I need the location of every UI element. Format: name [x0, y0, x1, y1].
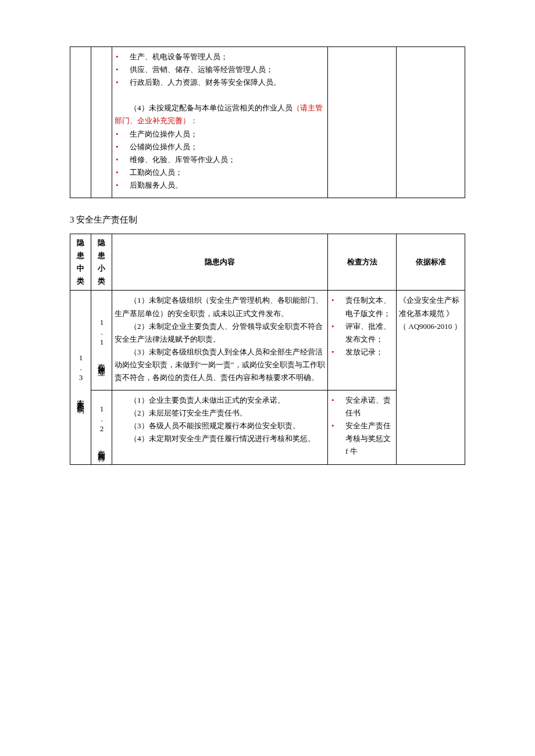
bullet-icon: •: [330, 346, 345, 359]
content-text: 后勤服务人员。: [130, 179, 325, 192]
content-text: （1）未制定各级组织（安全生产管理机构、各职能部门、生产基层单位）的安全职责，或…: [115, 294, 325, 320]
content-text: （2）未层层签订安全生产责任书。: [115, 407, 325, 420]
content-text: （3）未制定各级组织负责人到全体人员和全部生产经营活动岗位安全职责，未做到"一岗…: [115, 346, 325, 384]
method-text: 发放记录；: [345, 346, 394, 359]
bullet-icon: •: [115, 128, 130, 141]
cell-small-category: 1.1 责任制建立: [91, 291, 112, 390]
cell-content: （1）企业主要负责人未做出正式的安全承诺。 （2）未层层签订安全生产责任书。 （…: [112, 390, 328, 464]
bullet-icon: •: [115, 63, 130, 76]
content-text: 工勤岗位人员；: [130, 166, 325, 179]
cell-empty: [70, 47, 91, 198]
content-text: （4）未按规定配备与本单位运营相关的作业人员: [130, 103, 293, 112]
content-text: （1）企业主要负责人未做出正式的安全承诺。: [115, 394, 325, 407]
content-text: （2）未制定企业主要负责人、分管领导或安全职责不符合安全生产法律法规赋予的职责。: [115, 320, 325, 346]
bullet-icon: •: [115, 141, 130, 153]
content-text: 生产、机电设备等管理人员；: [130, 51, 325, 63]
bullet-icon: •: [115, 51, 130, 63]
table-top-continuation: •生产、机电设备等管理人员； •供应、营销、储存、运输等经营管理人员； •行政后…: [70, 46, 465, 198]
cell-mid-category: 1.3 安全生产责任制: [70, 291, 91, 464]
cell-method: •责任制文本、电子版文件； •评审、批准、发布文件； •发放记录；: [328, 291, 397, 390]
content-text: 生产岗位操作人员；: [130, 128, 325, 141]
bullet-icon: •: [115, 76, 130, 89]
std-text: （ AQ9006-2010 ）: [399, 322, 462, 331]
content-text: 行政后勤、人力资源、财务等安全保障人员。: [130, 76, 325, 89]
header-method: 检查方法: [328, 234, 397, 291]
method-text: 评审、批准、发布文件；: [345, 320, 394, 346]
method-text: 安全承诺、责任书: [345, 394, 394, 420]
cell-empty: [397, 47, 465, 198]
bullet-icon: •: [115, 179, 130, 192]
bullet-icon: •: [330, 294, 345, 307]
content-text: 维修、化验、库管等作业人员；: [130, 153, 325, 166]
content-text: （3）各级人员不能按照规定履行本岗位安全职责。: [115, 420, 325, 432]
cell-empty: [328, 47, 397, 198]
content-text: （4）未定期对安全生产责任履行情况进行考核和奖惩。: [115, 432, 325, 445]
method-text: 安全生产责任考核与奖惩文 f 牛: [345, 420, 394, 458]
bullet-icon: •: [330, 420, 345, 432]
cell-std: 《企业安全生产标准化基本规范 》 （ AQ9006-2010 ）: [397, 291, 465, 464]
table-header-row: 隐患中类 隐患小类 隐患内容 检查方法 依据标准: [70, 234, 465, 291]
bullet-icon: •: [115, 166, 130, 179]
cell-small-category: 1.2 责任制履行: [91, 390, 112, 464]
table-row: 1.3 安全生产责任制 1.1 责任制建立 （1）未制定各级组织（安全生产管理机…: [70, 291, 465, 390]
cell-empty: [91, 47, 112, 198]
bullet-icon: •: [115, 153, 130, 166]
cell-content: •生产、机电设备等管理人员； •供应、营销、储存、运输等经营管理人员； •行政后…: [112, 47, 328, 198]
section-title: 3 安全生产责任制: [70, 214, 465, 225]
header-mid: 隐患中类: [70, 234, 91, 291]
std-text: 《企业安全生产标准化基本规范 》: [399, 296, 459, 317]
header-content: 隐患内容: [112, 234, 328, 291]
header-small: 隐患小类: [91, 234, 112, 291]
content-text: 供应、营销、储存、运输等经营管理人员；: [130, 63, 325, 76]
cell-content: （1）未制定各级组织（安全生产管理机构、各职能部门、生产基层单位）的安全职责，或…: [112, 291, 328, 390]
header-std: 依据标准: [397, 234, 465, 291]
bullet-icon: •: [330, 320, 345, 333]
content-text: 公辅岗位操作人员；: [130, 141, 325, 153]
table-responsibility: 隐患中类 隐患小类 隐患内容 检查方法 依据标准 1.3 安全生产责任制 1.1…: [70, 234, 465, 465]
table-row: •生产、机电设备等管理人员； •供应、营销、储存、运输等经营管理人员； •行政后…: [70, 47, 465, 198]
method-text: 责任制文本、电子版文件；: [345, 294, 394, 320]
bullet-icon: •: [330, 394, 345, 407]
cell-method: •安全承诺、责任书 •安全生产责任考核与奖惩文 f 牛: [328, 390, 397, 464]
